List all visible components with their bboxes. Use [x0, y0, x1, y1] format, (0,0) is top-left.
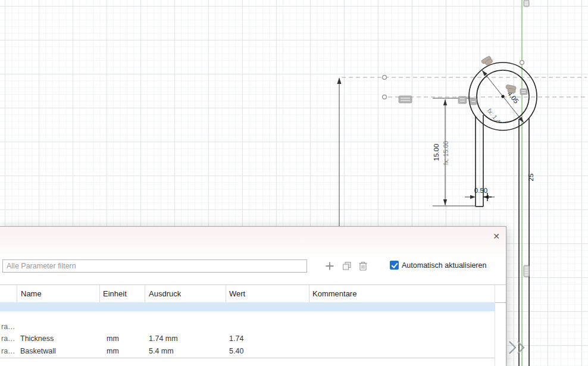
auto-update-group: Automatisch aktualisieren [390, 261, 486, 270]
cell-expression[interactable]: 1.74 mm [149, 333, 223, 345]
auto-update-label: Automatisch aktualisieren [402, 261, 486, 270]
dim15-arrow-bottom [443, 199, 447, 205]
parameters-table: Name Einheit Ausdruck Wert Kommentare ra… [0, 284, 506, 366]
auto-update-checkbox[interactable] [390, 261, 399, 270]
table-row[interactable]: ra… Thickness mm 1.74 mm 1.74 [0, 333, 495, 345]
cell-unit: mm [107, 333, 142, 345]
copy-icon[interactable] [342, 261, 352, 271]
reference-point-1[interactable] [383, 76, 387, 80]
constraint-icon-parallel[interactable] [458, 96, 467, 104]
cell-value: 1.74 [229, 333, 306, 345]
table-row[interactable]: ra… Basketwall mm 5.4 mm 5.40 [0, 345, 495, 358]
row-divider [0, 358, 495, 358]
column-header-comments[interactable]: Kommentare [312, 285, 356, 302]
axis-comb-icon-top[interactable] [524, 0, 529, 7]
table-right-divider [495, 284, 495, 366]
constraint-icon-tangent-right[interactable] [505, 85, 517, 93]
table-row-group[interactable]: ra… [0, 321, 495, 333]
axis-comb-icon-middle[interactable] [524, 265, 529, 277]
cell-comment[interactable] [312, 345, 491, 358]
delete-icon[interactable] [358, 261, 369, 271]
parameters-dialog: ✕ Automatisch aktualisieren Name Einheit… [0, 226, 506, 366]
cell-value: 5.40 [229, 345, 306, 358]
column-header-expression[interactable]: Ausdruck [149, 285, 181, 302]
cell-name[interactable]: Thickness [20, 333, 96, 345]
cell-unit: mm [107, 345, 142, 358]
constraint-icon-slot[interactable] [399, 96, 412, 103]
cell-expression[interactable]: 5.4 mm [149, 345, 223, 358]
dim-diameter-arrow-1 [482, 70, 487, 76]
dim15-value[interactable]: 15.00 [433, 144, 440, 161]
row-clipped-label: ra… [1, 333, 15, 345]
constraint-icon-coincident[interactable] [470, 98, 477, 105]
close-icon[interactable]: ✕ [491, 231, 502, 242]
table-header: Name Einheit Ausdruck Wert Kommentare [0, 284, 506, 303]
dim-thickness-value[interactable]: 0.50 [474, 187, 487, 194]
dialog-titlebar[interactable] [0, 227, 506, 254]
row-clipped-label: ra… [1, 345, 15, 358]
cursor-crosshair [483, 193, 492, 201]
reference-point-2[interactable] [383, 95, 387, 99]
dim15-fx-value[interactable]: fx: 15.00 [442, 141, 449, 165]
cell-name[interactable]: Basketwall [20, 345, 96, 358]
axis-point[interactable] [520, 61, 524, 65]
constraint-icon-equal[interactable] [520, 89, 527, 95]
cell-comment[interactable] [312, 333, 491, 345]
column-header-name[interactable]: Name [21, 285, 42, 302]
dim-diameter-fx[interactable]: fx: 1.4 [486, 107, 502, 125]
column-header-value[interactable]: Wert [229, 285, 245, 302]
row-clipped-label: ra… [1, 321, 15, 333]
selected-row[interactable] [0, 302, 495, 311]
constraint-icon-tangent-top[interactable] [481, 56, 493, 67]
dim-thickness-arrow-left [470, 195, 476, 199]
filter-input[interactable] [2, 259, 307, 273]
dim25-value[interactable]: 25 [527, 174, 534, 182]
add-parameter-icon[interactable] [324, 261, 335, 271]
column-header-unit[interactable]: Einheit [103, 285, 127, 302]
tall-dimension-arrow [337, 77, 342, 84]
dim15-arrow-top [443, 99, 447, 105]
